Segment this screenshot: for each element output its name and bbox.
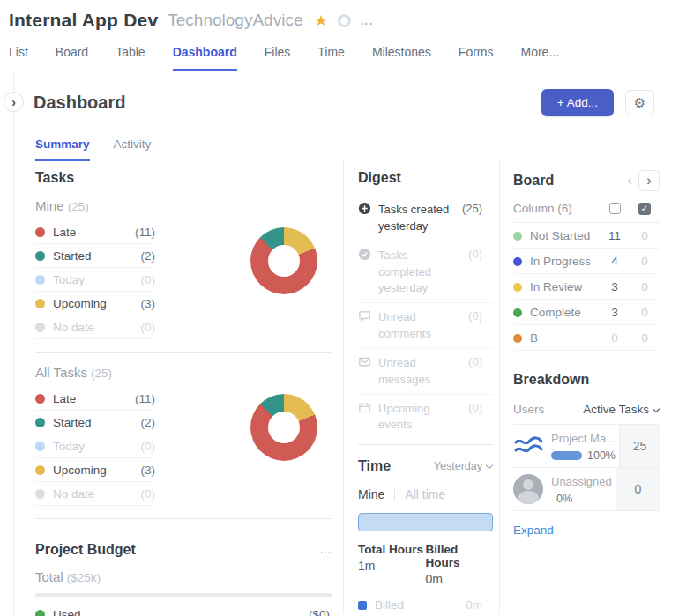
status-dot	[35, 227, 45, 237]
status-dot	[35, 323, 45, 332]
collapse-panel-button[interactable]: ›	[4, 92, 24, 112]
project-nav-tabs: List Board Table Dashboard Files Time Mi…	[0, 31, 679, 71]
user-task-count: 0	[616, 468, 660, 510]
budget-row-used[interactable]: Used($0)	[35, 601, 332, 616]
checkbox-checked-icon[interactable]: ✓	[638, 203, 651, 215]
budget-total: Total ($25k)	[35, 569, 332, 584]
company-name: TechnologyAdvice	[168, 11, 302, 30]
nav-tab-dashboard[interactable]: Dashboard	[173, 45, 237, 71]
task-row-today[interactable]: Today(0)	[35, 434, 155, 458]
tasks-mine-subtitle: Mine (25)	[35, 198, 332, 213]
add-button[interactable]: + Add...	[541, 89, 614, 116]
digest-tasks-created[interactable]: Tasks created yesterday (25)	[358, 196, 493, 241]
billed-hours-label: Billed Hours	[426, 543, 494, 569]
user-name: Project Ma...	[551, 432, 616, 445]
active-tasks-selector[interactable]: Active Tasks	[583, 403, 660, 416]
time-tab-all-time[interactable]: All time	[405, 487, 445, 501]
board-row-complete[interactable]: Complete30	[513, 300, 660, 325]
billed-hours-value: 0m	[426, 572, 494, 586]
project-header: Internal App Dev TechnologyAdvice ★ ...	[0, 0, 679, 31]
budget-more-icon[interactable]: ...	[320, 544, 332, 556]
tab-activity[interactable]: Activity	[114, 137, 152, 161]
users-label: Users	[513, 403, 583, 416]
tasks-section-title: Tasks	[35, 170, 332, 186]
budget-section-title: Project Budget	[35, 542, 136, 558]
tasks-all-subtitle: All Tasks (25)	[35, 365, 332, 380]
task-row-started[interactable]: Started(2)	[35, 244, 155, 268]
tasks-all-donut-chart	[250, 394, 317, 461]
time-range-selector[interactable]: Yesterday	[434, 460, 493, 472]
board-section-title: Board	[513, 173, 554, 189]
status-dot	[513, 232, 522, 241]
nav-tab-list[interactable]: List	[9, 45, 28, 71]
progress-ring-icon[interactable]	[338, 14, 351, 27]
total-hours-label: Total Hours	[358, 543, 426, 556]
nav-tab-table[interactable]: Table	[116, 45, 145, 71]
dashboard-sub-tabs: Summary Activity	[0, 116, 679, 161]
checkbox-unchecked-icon[interactable]	[609, 203, 621, 214]
nav-tab-more[interactable]: More...	[521, 45, 560, 71]
digest-section-title: Digest	[358, 170, 493, 186]
time-totals: Total Hours 1m Billed Hours 0m	[358, 543, 493, 586]
breakdown-table: Project Ma... 100% 25 Unassigned 0%	[513, 424, 660, 511]
time-progress-bar	[358, 513, 493, 531]
board-prev-icon[interactable]: ‹	[627, 172, 632, 189]
section-divider	[35, 352, 332, 353]
dashboard-content: › Dashboard + Add... ⚙ Summary Activity …	[0, 71, 679, 616]
tab-separator	[394, 488, 395, 501]
user-name: Unassigned	[551, 475, 612, 488]
chevron-down-icon	[653, 405, 660, 412]
comment-icon	[358, 309, 371, 323]
nav-tab-forms[interactable]: Forms	[459, 45, 494, 71]
digest-unread-messages[interactable]: Unread messages (0)	[358, 349, 493, 395]
circle-check-icon	[358, 248, 371, 261]
settings-gear-icon[interactable]: ⚙	[625, 90, 654, 115]
time-row-billed[interactable]: Billed0m	[358, 593, 493, 616]
status-dot	[35, 610, 45, 616]
time-tab-mine[interactable]: Mine	[358, 487, 384, 501]
task-row-upcoming[interactable]: Upcoming(3)	[35, 458, 155, 482]
status-dot	[35, 442, 45, 451]
digest-tasks-completed[interactable]: Tasks completed yesterday (0)	[358, 241, 493, 304]
user-progress-bar	[551, 451, 582, 460]
more-options-icon[interactable]: ...	[361, 13, 374, 27]
board-next-icon[interactable]: ›	[638, 170, 660, 191]
task-row-started[interactable]: Started(2)	[35, 411, 155, 434]
budget-progress-bar	[35, 593, 332, 597]
board-column-header: Column (6) ✓	[513, 202, 660, 223]
breakdown-section-title: Breakdown	[513, 372, 660, 388]
star-icon[interactable]: ★	[314, 11, 327, 30]
breakdown-row-project-manager[interactable]: Project Ma... 100% 25	[513, 425, 660, 468]
nav-tab-milestones[interactable]: Milestones	[372, 45, 431, 71]
board-row-not-started[interactable]: Not Started110	[513, 223, 660, 249]
total-hours-value: 1m	[358, 559, 426, 573]
board-rows: Not Started110 In Progress40 In Review30…	[513, 223, 660, 351]
task-row-no-date[interactable]: No date(0)	[35, 315, 155, 339]
board-row-in-review[interactable]: In Review30	[513, 274, 660, 300]
task-row-late[interactable]: Late(11)	[35, 387, 155, 411]
status-dot	[35, 465, 45, 475]
nav-tab-board[interactable]: Board	[56, 45, 88, 71]
tab-summary[interactable]: Summary	[35, 137, 90, 161]
expand-link[interactable]: Expand	[513, 523, 660, 537]
task-row-no-date[interactable]: No date(0)	[35, 482, 155, 506]
status-dot	[513, 283, 522, 292]
tasks-mine-list: Late(11) Started(2) Today(0) Upcoming(3)…	[35, 220, 155, 339]
board-row-b[interactable]: B00	[513, 325, 660, 351]
nav-tab-files[interactable]: Files	[265, 45, 291, 71]
task-row-today[interactable]: Today(0)	[35, 268, 155, 292]
digest-upcoming-events[interactable]: Upcoming events (0)	[358, 395, 493, 440]
board-row-in-progress[interactable]: In Progress40	[513, 249, 660, 274]
task-row-late[interactable]: Late(11)	[35, 220, 155, 244]
nav-tab-time[interactable]: Time	[317, 45, 345, 71]
page-title: Dashboard	[34, 93, 125, 113]
status-dot	[513, 308, 522, 317]
status-dot	[513, 257, 522, 266]
breakdown-row-unassigned[interactable]: Unassigned 0% 0	[513, 468, 660, 511]
chevron-down-icon	[486, 462, 493, 469]
user-percent: 100%	[587, 449, 616, 462]
time-section-title: Time	[358, 458, 391, 474]
digest-unread-comments[interactable]: Unread comments (0)	[358, 303, 493, 349]
legend-swatch	[358, 601, 367, 610]
task-row-upcoming[interactable]: Upcoming(3)	[35, 292, 155, 315]
